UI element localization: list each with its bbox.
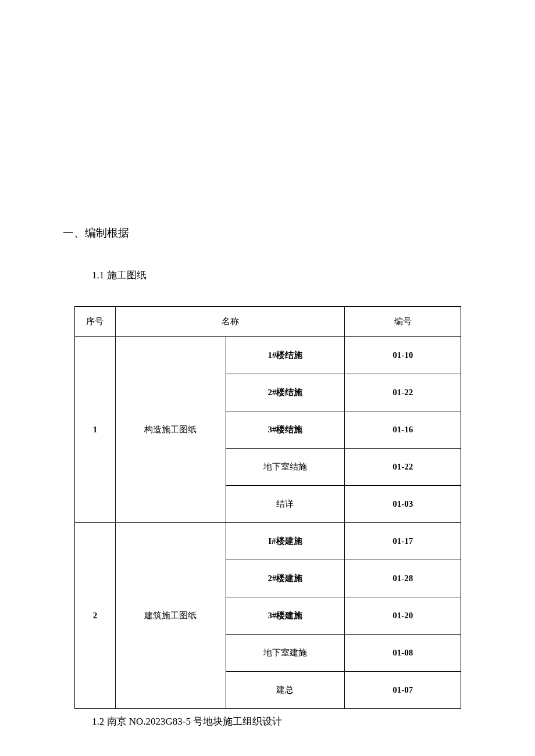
name-cell: 地下室结施 <box>226 449 345 486</box>
drawings-table: 序号 名称 编号 1 构造施工图纸 1#楼结施 01-10 2#楼结施 01-2… <box>74 306 461 709</box>
seq-cell: 2 <box>75 523 116 709</box>
name-cell: 地下室建施 <box>226 635 345 672</box>
document-content: 一、编制根据 1.1 施工图纸 序号 名称 编号 1 构造施工图纸 1#楼结施 … <box>63 225 472 756</box>
category-cell: 构造施工图纸 <box>115 337 226 523</box>
code-cell: 01-10 <box>345 337 461 374</box>
name-cell: 建总 <box>226 672 345 709</box>
name-cell: 3#楼结施 <box>226 411 345 449</box>
code-cell: 01-22 <box>345 374 461 411</box>
name-cell: I#楼建施 <box>226 523 345 560</box>
code-cell: 01-20 <box>345 597 461 635</box>
section-heading: 一、编制根据 <box>63 225 472 241</box>
seq-cell: 1 <box>75 337 116 523</box>
name-cell: 1#楼结施 <box>226 337 345 374</box>
code-cell: 01-08 <box>345 635 461 672</box>
category-cell: 建筑施工图纸 <box>115 523 226 709</box>
header-seq: 序号 <box>75 307 116 337</box>
name-cell: 2#楼建施 <box>226 560 345 597</box>
code-cell: 01-28 <box>345 560 461 597</box>
name-cell: 3#楼建施 <box>226 597 345 635</box>
code-cell: 01-17 <box>345 523 461 560</box>
code-cell: 01-16 <box>345 411 461 449</box>
code-cell: 01-03 <box>345 486 461 523</box>
header-name: 名称 <box>115 307 344 337</box>
subsection-1-2: 1.2 南京 NO.2023G83-5 号地块施工组织设计 <box>92 715 472 728</box>
code-cell: 01-07 <box>345 672 461 709</box>
table-row: 2 建筑施工图纸 I#楼建施 01-17 <box>75 523 461 560</box>
name-cell: 2#楼结施 <box>226 374 345 411</box>
header-code: 编号 <box>345 307 461 337</box>
table-row: 1 构造施工图纸 1#楼结施 01-10 <box>75 337 461 374</box>
code-cell: 01-22 <box>345 449 461 486</box>
name-cell: 结详 <box>226 486 345 523</box>
subsection-1-1: 1.1 施工图纸 <box>92 268 472 282</box>
